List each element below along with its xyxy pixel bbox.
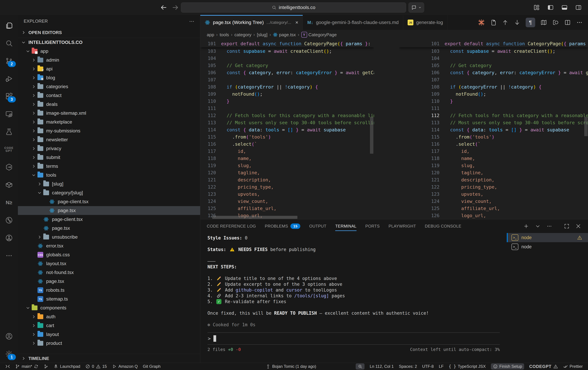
status-prettier[interactable]: Prettier (561, 363, 585, 370)
terminal-instance-node[interactable]: >_node (507, 242, 588, 251)
claude-extension-icon[interactable] (478, 19, 485, 26)
activity-nx-console-icon[interactable]: N≥ (0, 194, 18, 211)
code-line-114[interactable]: 114 const { data: tools = [] } = await s… (200, 126, 374, 133)
code-line-122[interactable]: 122 pricing_type, (399, 183, 588, 191)
status-encoding[interactable]: UTF-8 (420, 363, 436, 370)
status-branch-main[interactable]: main* (13, 363, 41, 370)
tree-item-app[interactable]: ▦app (18, 47, 200, 56)
tree-item-api[interactable]: #api (18, 64, 200, 73)
tree-item-page.tsx[interactable]: page.tsx (18, 224, 200, 233)
tree-item-unsubscribe[interactable]: unsubscribe (18, 233, 200, 241)
status-cursor-position[interactable]: Ln 112, Col 1 (367, 363, 396, 370)
tree-item-tools[interactable]: tools (18, 171, 200, 180)
breadcrumb-page.tsx[interactable]: page.tsx (273, 32, 296, 38)
tree-item-marketplace[interactable]: marketplace (18, 118, 200, 126)
activity-additional-views-icon[interactable] (0, 247, 18, 264)
open-editors-section[interactable]: OPEN EDITORS (18, 27, 200, 38)
code-line-112[interactable]: 112 // Fetch tools for this category wit… (200, 112, 374, 119)
close-tab-icon[interactable]: × (295, 20, 298, 25)
panel-tab-debug-console[interactable]: DEBUG CONSOLE (425, 219, 462, 233)
code-line-110[interactable]: 110 } (399, 98, 588, 105)
status-language-mode[interactable]: { }TypeScript JSX (446, 363, 488, 370)
split-editor-icon[interactable] (564, 19, 571, 26)
terminal-profiles-icon[interactable] (535, 223, 541, 229)
tab-page-tsx--working-tree-[interactable]: page.tsx (Working Tree).../category/...× (200, 15, 303, 30)
open-changes-icon[interactable] (490, 19, 497, 26)
tree-item-contact[interactable]: contact (18, 91, 200, 100)
code-line-124[interactable]: 124 view_count, (200, 198, 374, 205)
activity-search-icon[interactable] (0, 34, 18, 52)
code-line-125[interactable]: 125 affiliate_url, (200, 205, 374, 212)
breadcrumb-app[interactable]: app (207, 32, 214, 38)
url-bar[interactable]: intelligenttools.co (181, 2, 406, 13)
next-change-icon[interactable] (514, 19, 521, 26)
tree-item-robots.ts[interactable]: TSrobots.ts (18, 286, 200, 295)
code-line-106[interactable]: 106 const { category, error: categoryErr… (399, 69, 588, 76)
panel-tab-ports[interactable]: PORTS (365, 219, 380, 233)
code-line-116[interactable]: 116 .select(` (399, 140, 588, 148)
tab-google-gemini-3-flash-claude-users-md[interactable]: M↓google-gemini-3-flash-claude-users.md (303, 15, 403, 30)
tree-item-blog[interactable]: ≣blog (18, 73, 200, 82)
code-line-105[interactable]: 105 // Get category (399, 62, 588, 69)
status-indentation[interactable]: Spaces: 2 (396, 363, 420, 370)
activity-gitlens-icon[interactable] (0, 211, 18, 229)
panel-tab-terminal[interactable]: TERMINAL (335, 219, 357, 233)
panel-tab-code-reference-log[interactable]: CODE REFERENCE LOG (207, 219, 256, 233)
code-line-121[interactable]: 121 description, (399, 176, 588, 183)
code-line-117[interactable]: 117 id, (200, 148, 374, 155)
tree-item-submit[interactable]: submit (18, 153, 200, 162)
code-line-123[interactable]: 123 upvotes, (200, 191, 374, 198)
tree-item-category-[slug][interactable]: category/[slug] (18, 188, 200, 197)
toggle-minimap-icon[interactable] (540, 19, 547, 26)
tree-item-layout[interactable]: layout (18, 330, 200, 339)
toggle-panel-icon[interactable] (561, 4, 568, 11)
diff-sash[interactable] (374, 40, 399, 219)
tab-generate-log[interactable]: JSgenerate-log (403, 15, 448, 30)
activity-manage-icon[interactable]: 1 (0, 345, 18, 363)
code-line-109[interactable]: 109 notFound(); (200, 90, 374, 98)
code-line-113[interactable]: 113 // Most users only see top 30-40 too… (200, 119, 374, 126)
copilot-chat-button[interactable] (409, 2, 424, 13)
activity-run-and-debug-icon[interactable] (0, 70, 18, 88)
code-line-111[interactable]: 111 (399, 105, 588, 112)
code-line-101[interactable]: 101export default async function Categor… (399, 40, 588, 47)
browser-back-icon[interactable] (160, 4, 167, 11)
open-preview-icon[interactable] (552, 19, 559, 26)
activity-codegpt-icon[interactable]: CODEGPT (0, 140, 18, 158)
code-line-120[interactable]: 120 tagline, (399, 169, 588, 176)
activity-testing-icon[interactable] (0, 123, 18, 140)
activity-extensions-icon[interactable]: 3 (0, 88, 18, 105)
code-line-117[interactable]: 117 id, (399, 148, 588, 155)
tree-item-my-submissions[interactable]: my-submissions (18, 126, 200, 135)
code-line-121[interactable]: 121 description, (200, 176, 374, 183)
status-finish-setup[interactable]: Finish Setup (488, 363, 527, 370)
tree-item-page-client.tsx[interactable]: page-client.tsx (18, 215, 200, 224)
diff-original-pane[interactable]: 101export default async function Categor… (200, 40, 374, 219)
activity-explorer-icon[interactable] (0, 17, 18, 34)
tree-item-privacy[interactable]: privacy (18, 144, 200, 153)
previous-change-icon[interactable] (502, 19, 509, 26)
code-line-101[interactable]: 101export default async function Categor… (200, 40, 374, 47)
more-actions-icon[interactable] (576, 19, 583, 26)
code-line-125[interactable]: 125 affiliate_url, (399, 205, 588, 212)
tree-item-product[interactable]: product (18, 339, 200, 348)
code-line-126[interactable]: 126 logo_url, (399, 212, 588, 219)
panel-tab-problems[interactable]: PROBLEMS15 (265, 219, 301, 233)
code-line-103[interactable]: 103 const supabase = await createClient(… (399, 48, 588, 55)
tree-item-auth[interactable]: auth (18, 312, 200, 321)
activity-remote-explorer-icon[interactable] (0, 105, 18, 123)
breadcrumb-[slug][interactable]: [slug] (257, 32, 267, 38)
scrollbar-vertical[interactable] (584, 117, 588, 136)
code-line-110[interactable]: 110 } (200, 98, 374, 105)
code-line-115[interactable]: 115 .from('tools') (399, 133, 588, 140)
panel-tab-playwright[interactable]: PLAYWRIGHT (388, 219, 416, 233)
tree-item-image-sitemap.xml[interactable]: image-sitemap.xml (18, 109, 200, 118)
status-remote-indicator[interactable] (3, 363, 13, 370)
code-line-124[interactable]: 124 view_count, (399, 198, 588, 205)
activity-package-manager-icon[interactable] (0, 158, 18, 176)
code-line-104[interactable]: 104 (399, 55, 588, 62)
code-line-109[interactable]: 109 notFound(); (399, 90, 588, 98)
scrollbar-vertical[interactable] (370, 117, 373, 154)
tree-item-page.tsx[interactable]: page.tsx (18, 206, 200, 215)
code-line-119[interactable]: 119 slug, (200, 162, 374, 169)
